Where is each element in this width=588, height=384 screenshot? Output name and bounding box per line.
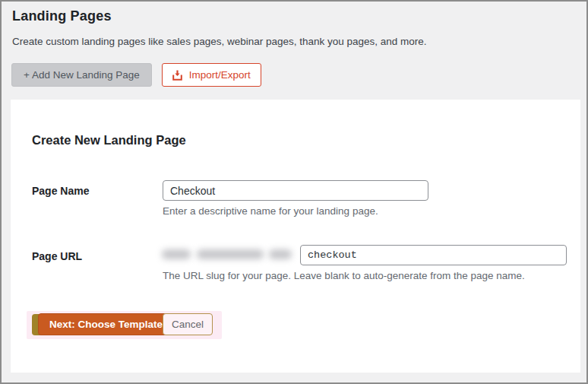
page-name-help: Enter a descriptive name for your landin…: [163, 205, 378, 217]
page-title: Landing Pages: [12, 8, 112, 24]
next-choose-template-button[interactable]: Next: Choose Template: [38, 313, 174, 335]
page-url-prefix-redacted: [197, 249, 264, 259]
download-icon: [172, 70, 182, 81]
import-export-button[interactable]: Import/Export: [162, 63, 261, 87]
page-url-label: Page URL: [32, 250, 82, 262]
page-url-prefix-redacted: [162, 249, 191, 259]
create-landing-page-card: Create New Landing Page Page Name Enter …: [11, 100, 580, 373]
add-new-landing-page-button[interactable]: + Add New Landing Page: [11, 63, 152, 87]
page-name-input[interactable]: [163, 180, 428, 201]
page-url-prefix-redacted: [269, 249, 292, 259]
cancel-button[interactable]: Cancel: [163, 313, 213, 335]
page-url-help: The URL slug for your page. Leave blank …: [163, 270, 525, 281]
page-name-label: Page Name: [32, 185, 89, 197]
import-export-label: Import/Export: [189, 69, 251, 81]
card-heading: Create New Landing Page: [32, 133, 186, 148]
page-description: Create custom landing pages like sales p…: [12, 36, 427, 47]
toolbar: + Add New Landing Page Import/Export: [11, 63, 261, 87]
page-url-input[interactable]: [300, 245, 567, 265]
landing-pages-screen: Landing Pages Create custom landing page…: [0, 0, 588, 384]
